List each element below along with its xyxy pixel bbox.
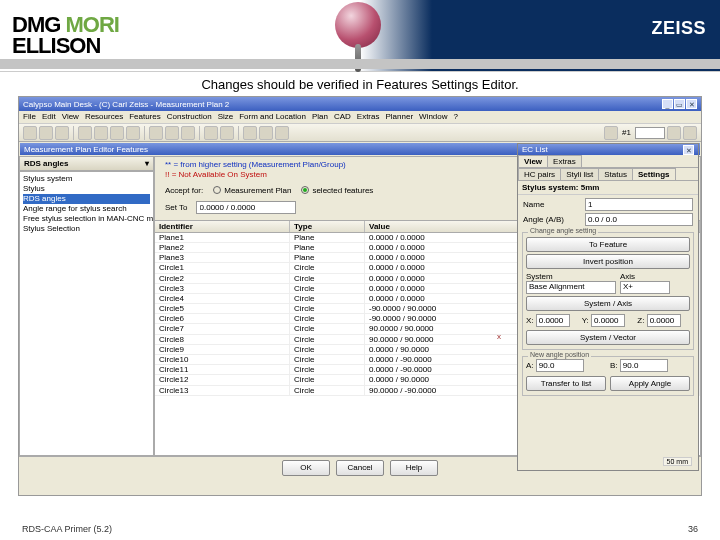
- maximize-icon: ▭: [674, 99, 685, 109]
- toolbar-icon[interactable]: [110, 126, 124, 140]
- toolbar-icon[interactable]: [243, 126, 257, 140]
- menu-file[interactable]: File: [23, 112, 36, 121]
- toolbar-icon[interactable]: [149, 126, 163, 140]
- toolbar-icon[interactable]: [275, 126, 289, 140]
- name-input[interactable]: [585, 198, 693, 211]
- a-input[interactable]: [536, 359, 584, 372]
- minimize-icon: _: [662, 99, 673, 109]
- chevron-down-icon: ▾: [145, 159, 149, 168]
- col-type[interactable]: Type: [290, 221, 365, 232]
- menu-features[interactable]: Features: [129, 112, 161, 121]
- toolbar-icon[interactable]: [165, 126, 179, 140]
- menu-form-and-location[interactable]: Form and Location: [239, 112, 306, 121]
- toolbar-icon[interactable]: [683, 126, 697, 140]
- menu-edit[interactable]: Edit: [42, 112, 56, 121]
- settings-tree[interactable]: Stylus systemStylusRDS anglesAngle range…: [19, 171, 154, 456]
- banner: DMG MORI ELLISON ZEISS: [0, 0, 720, 72]
- zeiss-logo: ZEISS: [651, 18, 706, 39]
- probe-sphere-image: [335, 2, 381, 48]
- toolbar-icon[interactable]: [94, 126, 108, 140]
- transfer-to-list-button[interactable]: Transfer to list: [526, 376, 606, 391]
- tree-item[interactable]: Angle range for stylus search: [23, 204, 150, 214]
- cancel-button[interactable]: Cancel: [336, 460, 384, 476]
- col-identifier[interactable]: Identifier: [155, 221, 290, 232]
- radio-measurement-plan[interactable]: Measurement Plan: [213, 186, 291, 195]
- set-to-input[interactable]: [196, 201, 296, 214]
- tab-view[interactable]: View: [518, 155, 548, 167]
- x-input[interactable]: [536, 314, 570, 327]
- close-icon: ✕: [686, 99, 697, 109]
- tab-extras[interactable]: Extras: [547, 155, 582, 167]
- tab-status[interactable]: Status: [598, 168, 633, 180]
- right-tabs-mid: HC pairs Styli list Status Settings: [518, 168, 698, 181]
- to-feature-button[interactable]: To Feature: [526, 237, 690, 252]
- menu-cad[interactable]: CAD: [334, 112, 351, 121]
- tree-item[interactable]: Free stylus selection in MAN-CNC mode: [23, 214, 150, 224]
- toolbar-icon[interactable]: [259, 126, 273, 140]
- page-number: 36: [688, 524, 698, 534]
- tab-stylilist[interactable]: Styli list: [560, 168, 599, 180]
- toolbar-icon[interactable]: [220, 126, 234, 140]
- system-vector-button[interactable]: System / Vector: [526, 330, 690, 345]
- menu-extras[interactable]: Extras: [357, 112, 380, 121]
- menu-plan[interactable]: Plan: [312, 112, 328, 121]
- slide-footer: RDS-CAA Primer (5.2) 36: [22, 524, 698, 534]
- menu-?[interactable]: ?: [454, 112, 458, 121]
- tree-item[interactable]: Stylus Selection: [23, 224, 150, 234]
- toolbar-icon[interactable]: [604, 126, 618, 140]
- banner-stripe: [0, 59, 720, 69]
- y-input[interactable]: [591, 314, 625, 327]
- tree-item[interactable]: Stylus: [23, 184, 150, 194]
- toolbar[interactable]: #1: [19, 124, 701, 142]
- tab-hcpairs[interactable]: HC pairs: [518, 168, 561, 180]
- toolbar-icon[interactable]: [78, 126, 92, 140]
- left-pane: RDS angles▾ Stylus systemStylusRDS angle…: [19, 156, 154, 456]
- footer-left: RDS-CAA Primer (5.2): [22, 524, 112, 534]
- help-button[interactable]: Help: [390, 460, 438, 476]
- toolbar-icon[interactable]: [126, 126, 140, 140]
- right-tabs-top: View Extras: [518, 155, 698, 168]
- menu-bar[interactable]: FileEditViewResourcesFeaturesConstructio…: [19, 111, 701, 124]
- system-select[interactable]: Base Alignment: [526, 281, 616, 294]
- toolbar-icon[interactable]: [39, 126, 53, 140]
- toolbar-icon[interactable]: [204, 126, 218, 140]
- menu-view[interactable]: View: [62, 112, 79, 121]
- tab-settings[interactable]: Settings: [632, 168, 676, 180]
- menu-size[interactable]: Size: [218, 112, 234, 121]
- toolbar-icon[interactable]: [181, 126, 195, 140]
- slide-caption: Changes should be verified in Features S…: [0, 72, 720, 96]
- toolbar-icon[interactable]: [23, 126, 37, 140]
- z-input[interactable]: [647, 314, 681, 327]
- menu-construction[interactable]: Construction: [167, 112, 212, 121]
- app-window: Calypso Main Desk - (C) Carl Zeiss - Mea…: [18, 96, 702, 496]
- axis-x-label: x: [497, 332, 501, 341]
- tree-item[interactable]: RDS angles: [23, 194, 150, 204]
- new-angle-group: New angle position A: B: Transfer to lis…: [522, 356, 694, 396]
- system-axis-button[interactable]: System / Axis: [526, 296, 690, 311]
- radio-selected-features[interactable]: selected features: [301, 186, 373, 195]
- right-pane: EC List✕ View Extras HC pairs Styli list…: [517, 143, 699, 471]
- ok-button[interactable]: OK: [282, 460, 330, 476]
- window-buttons[interactable]: _▭✕: [661, 99, 697, 109]
- menu-window[interactable]: Window: [419, 112, 447, 121]
- toolbar-field[interactable]: [635, 127, 665, 139]
- stylus-number: #1: [622, 128, 631, 137]
- toolbar-icon[interactable]: [667, 126, 681, 140]
- title-bar: Calypso Main Desk - (C) Carl Zeiss - Mea…: [19, 97, 701, 111]
- apply-angle-button[interactable]: Apply Angle: [610, 376, 690, 391]
- menu-planner[interactable]: Planner: [385, 112, 413, 121]
- toolbar-icon[interactable]: [55, 126, 69, 140]
- right-titlebar: EC List✕: [518, 144, 698, 155]
- menu-resources[interactable]: Resources: [85, 112, 123, 121]
- axis-select[interactable]: X+: [620, 281, 670, 294]
- stylus-system-label: Stylus system: 5mm: [518, 181, 698, 195]
- b-input[interactable]: [620, 359, 668, 372]
- dmg-mori-ellison-logo: DMG MORI ELLISON: [0, 15, 119, 57]
- change-angle-group: Change angle setting To Feature Invert p…: [522, 232, 694, 350]
- window-title: Calypso Main Desk - (C) Carl Zeiss - Mea…: [23, 100, 229, 109]
- invert-position-button[interactable]: Invert position: [526, 254, 690, 269]
- hds-angles-tab[interactable]: RDS angles▾: [19, 156, 154, 171]
- scale-indicator: 50 mm: [663, 457, 692, 466]
- tree-item[interactable]: Stylus system: [23, 174, 150, 184]
- angle-ab-input[interactable]: [585, 213, 693, 226]
